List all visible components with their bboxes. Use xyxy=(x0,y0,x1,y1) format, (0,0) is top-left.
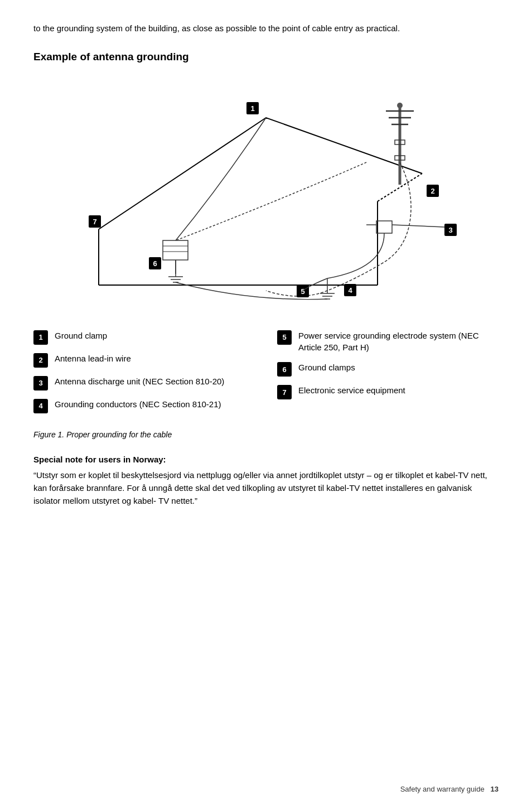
legend-left: 1 Ground clamp 2 Antenna lead-in wire 3 … xyxy=(33,330,255,421)
legend-item-2: 2 Antenna lead-in wire xyxy=(33,353,255,368)
legend-text-1: Ground clamp xyxy=(55,330,107,342)
svg-text:2: 2 xyxy=(431,187,434,195)
special-note-title: Special note for users in Norway: xyxy=(33,455,499,464)
figure-caption: Figure 1. Proper grounding for the cable xyxy=(33,430,499,439)
legend-badge-6: 6 xyxy=(277,362,292,377)
legend-grid: 1 Ground clamp 2 Antenna lead-in wire 3 … xyxy=(33,330,499,421)
svg-line-19 xyxy=(392,225,444,227)
special-note-text: “Utstyr som er koplet til beskyttelsesjo… xyxy=(33,469,499,508)
legend-item-5: 5 Power service grounding electrode syst… xyxy=(277,330,499,354)
intro-text: to the grounding system of the building,… xyxy=(33,22,499,35)
legend-text-3: Antenna discharge unit (NEC Section 810-… xyxy=(55,375,224,388)
svg-rect-17 xyxy=(376,221,392,233)
legend-item-1: 1 Ground clamp xyxy=(33,330,255,345)
legend-item-4: 4 Grounding conductors (NEC Section 810-… xyxy=(33,398,255,413)
legend-text-5: Power service grounding electrode system… xyxy=(298,330,499,354)
legend-text-2: Antenna lead-in wire xyxy=(55,353,131,365)
svg-text:7: 7 xyxy=(93,218,96,226)
svg-point-8 xyxy=(397,103,403,108)
antenna-diagram: 1 2 3 7 6 5 xyxy=(33,73,499,319)
footer: Safety and warranty guide 13 xyxy=(400,785,499,793)
section-title: Example of antenna grounding xyxy=(33,51,499,63)
legend-badge-4: 4 xyxy=(33,399,48,413)
svg-text:1: 1 xyxy=(250,104,254,113)
footer-page: 13 xyxy=(491,785,499,793)
legend-badge-5: 5 xyxy=(277,330,292,345)
legend-item-3: 3 Antenna discharge unit (NEC Section 81… xyxy=(33,375,255,390)
legend-badge-3: 3 xyxy=(33,376,48,390)
svg-text:4: 4 xyxy=(348,286,352,295)
legend-item-6: 6 Ground clamps xyxy=(277,361,499,377)
svg-rect-22 xyxy=(163,240,188,260)
legend-text-6: Ground clamps xyxy=(298,361,355,374)
svg-text:3: 3 xyxy=(448,226,452,234)
legend-right: 5 Power service grounding electrode syst… xyxy=(277,330,499,421)
footer-text: Safety and warranty guide xyxy=(400,785,485,793)
legend-badge-7: 7 xyxy=(277,385,292,399)
legend-text-7: Electronic service equipment xyxy=(298,384,405,397)
svg-text:6: 6 xyxy=(153,259,157,268)
legend-text-4: Grounding conductors (NEC Section 810-21… xyxy=(55,398,221,411)
legend-badge-1: 1 xyxy=(33,330,48,345)
legend-item-7: 7 Electronic service equipment xyxy=(277,384,499,399)
svg-text:5: 5 xyxy=(301,287,304,296)
legend-badge-2: 2 xyxy=(33,353,48,368)
